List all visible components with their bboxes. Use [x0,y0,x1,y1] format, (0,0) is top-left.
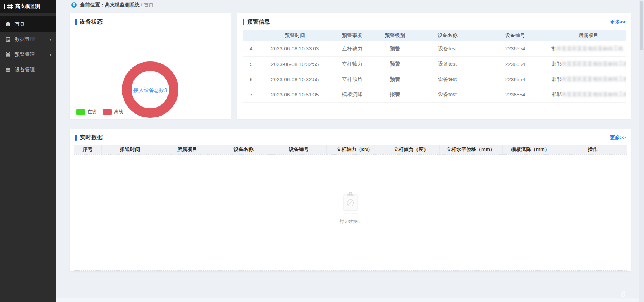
col-header-incline: 立杆倾角（度） [383,145,439,154]
alarm-panel-title: 预警信息 [247,18,270,26]
alarm-bell-icon [5,51,11,58]
cell-code: 2236554 [479,56,551,72]
col-header-axial-force: 立杆轴力（kN） [326,145,383,154]
scrollbar-thumb[interactable] [640,1,643,50]
realtime-panel-header: 实时数据 更多>> [70,129,631,144]
app-title: 高支模监测 [15,3,40,10]
sidebar-item-alarm-management[interactable]: 预警管理 ▾ [0,47,56,62]
sidebar: 高支模监测 首页 数据管理 ▾ 预警管理 ▾ 设备管理 [0,0,56,302]
data-icon [5,36,11,42]
sidebar-item-label: 数据管理 [15,36,35,43]
table-row[interactable]: 7 2023-06-06 10:51:35 模板沉降 报警 设备test 223… [243,87,626,102]
legend-label: 在线 [87,109,96,115]
alarm-more-link[interactable]: 更多>> [610,19,626,26]
sidebar-item-label: 预警管理 [15,51,35,58]
col-header-actions: 操作 [559,145,627,154]
device-status-panel: 设备状态 接入设备总数3 在线 离线 [70,13,231,119]
cell-item: 立杆轴力 [330,41,374,56]
realtime-more-link[interactable]: 更多>> [610,134,626,141]
cell-index: 7 [243,87,260,102]
col-header-project: 所属项目 [159,145,216,154]
cell-item: 模板沉降 [330,87,374,102]
title-accent-bar [75,19,77,25]
cell-level: 预警 [374,72,416,87]
sidebar-item-label: 首页 [15,21,25,27]
no-data-clipboard-icon [338,191,363,216]
cell-device: 设备test [416,41,479,56]
cell-time: 2023-06-08 10:32:55 [260,72,330,87]
cell-device: 设备test [416,56,479,72]
device-status-title: 设备状态 [80,18,103,26]
home-icon [5,21,11,27]
realtime-data-panel: 实时数据 更多>> 序号 推送时间 所属项目 设备名称 设备编号 立杆轴力（kN… [70,129,631,271]
col-header-level: 预警级别 [374,30,416,41]
breadcrumb-current: 首页 [144,2,154,8]
footer-strip [56,298,639,302]
realtime-table-body-empty: 暂无数据... [74,155,627,270]
sidebar-item-home[interactable]: 首页 [0,16,56,32]
breadcrumb: 当前位置：高支模监测系统 / 首页 [80,2,154,8]
cell-project: 邯郸市某某区某某项目某标段工程... [551,72,626,87]
sidebar-item-label: 设备管理 [15,66,35,73]
redacted-text: 市某某区某某项目某标段工程 [562,76,626,82]
col-header-device-name: 设备名称 [216,145,271,154]
table-row[interactable]: 5 2023-06-08 10:32:55 立杆轴力 预警 设备test 223… [243,56,626,72]
breadcrumb-bar: 当前位置：高支模监测系统 / 首页 [56,0,644,10]
table-row[interactable]: 4 2023-06-08 10:33:03 立杆轴力 预警 设备test 223… [243,41,626,56]
location-pin-icon [71,2,77,8]
sidebar-item-data-management[interactable]: 数据管理 ▾ [0,32,56,47]
redacted-text: 市某某区某某项目某标段工程 [562,92,626,97]
donut-center-label: 接入设备总数3 [133,87,167,94]
col-header-push-time: 推送时间 [101,145,159,154]
col-header-item: 预警事项 [330,30,374,41]
chart-legend: 在线 离线 [76,109,123,115]
device-icon [5,67,11,73]
col-header-index [243,30,260,41]
cell-level: 预警 [374,41,416,56]
cell-level: 报警 [374,87,416,102]
cell-item: 立杆轴力 [330,56,374,72]
logo-bar [4,4,5,9]
table-row[interactable]: 6 2023-06-08 10:32:55 立杆倾角 预警 设备test 223… [243,72,626,87]
col-header-code: 设备编号 [479,30,551,41]
cell-code: 2236554 [479,72,551,87]
col-header-device: 设备名称 [416,30,479,41]
sidebar-menu: 首页 数据管理 ▾ 预警管理 ▾ 设备管理 [0,13,56,77]
cell-index: 6 [243,72,260,87]
alarm-table: 预警时间 预警事项 预警级别 设备名称 设备编号 所属项目 4 2023-06-… [243,30,626,103]
breadcrumb-system[interactable]: 高支模监测系统 [105,2,140,8]
chevron-down-icon[interactable]: ▾ [50,37,51,42]
app-logo: 高支模监测 [0,0,56,13]
realtime-panel-title: 实时数据 [80,134,103,141]
cell-time: 2023-06-08 10:32:55 [260,56,330,72]
cell-project: 邯市某某区某某项目某标段工程... [551,41,626,56]
cell-code: 2236554 [479,41,551,56]
chevron-down-icon[interactable]: ▾ [50,53,51,57]
legend-online[interactable]: 在线 [76,109,96,115]
legend-offline[interactable]: 离线 [103,109,123,115]
cell-level: 预警 [374,56,416,72]
redacted-text: 市某某区某某项目某标段工程 [562,61,626,67]
empty-state-text: 暂无数据... [338,218,363,225]
legend-label: 离线 [114,109,123,115]
cell-device: 设备test [416,87,479,102]
col-header-device-code: 设备编号 [271,145,326,154]
title-accent-bar [75,135,77,141]
vertical-scrollbar[interactable] [639,0,644,302]
breadcrumb-separator: / [141,2,143,8]
alarm-table-header-row: 预警时间 预警事项 预警级别 设备名称 设备编号 所属项目 [243,30,626,41]
device-status-header: 设备状态 [70,13,231,28]
cell-time: 2023-06-08 10:33:03 [260,41,330,56]
col-header-time: 预警时间 [260,30,330,41]
realtime-table: 序号 推送时间 所属项目 设备名称 设备编号 立杆轴力（kN） 立杆倾角（度） … [74,145,627,155]
realtime-table-container: 序号 推送时间 所属项目 设备名称 设备编号 立杆轴力（kN） 立杆倾角（度） … [74,145,627,271]
sidebar-item-device-management[interactable]: 设备管理 [0,62,56,77]
col-header-horizontal-disp: 立杆水平位移（mm） [439,145,502,154]
alarm-panel-header: 预警信息 更多>> [237,13,631,28]
title-accent-bar [243,19,244,25]
cell-project: 邯郸市某某区某某项目某标段工程... [551,87,626,102]
col-header-project: 所属项目 [551,30,626,41]
redacted-text: 市某某区某某项目某标段工程 [557,46,624,51]
legend-swatch-online [76,109,85,115]
cell-code: 2236554 [479,87,551,102]
